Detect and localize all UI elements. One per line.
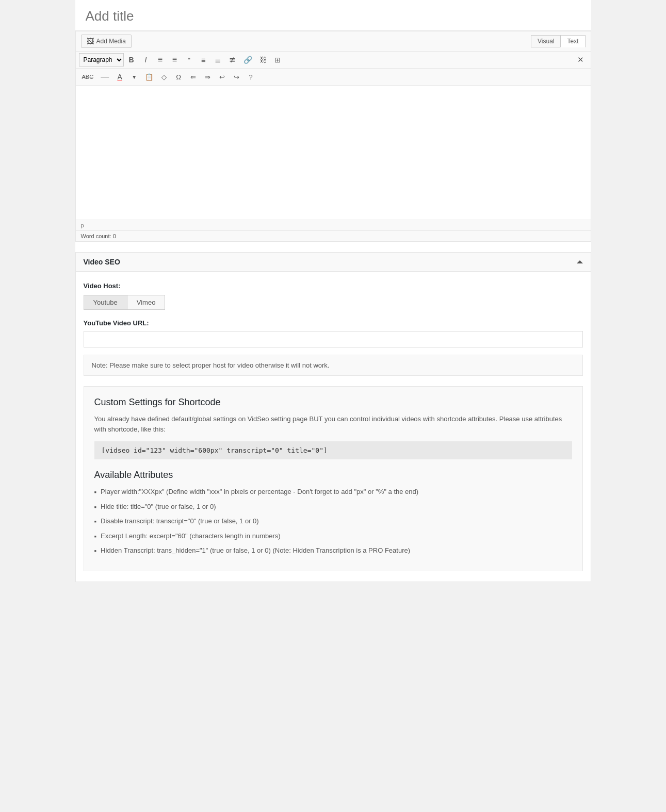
attr-item-0: Player width:"XXXpx" (Define width "xxx"… [94,487,572,498]
add-media-button[interactable]: 🖼 Add Media [81,35,132,48]
fullscreen-button[interactable]: ✕ [574,53,588,67]
attr-item-2: Disable transcript: transcript="0" (true… [94,516,572,527]
toolbar-row-1: Paragraph B I ≡ ≡ " ≡ ≣ ≢ 🔗 ⛓ ⊞ ✕ [76,52,591,69]
editor-area: 🖼 Add Media Visual Text Paragraph B I ≡ … [75,31,591,242]
align-right-button[interactable]: ≢ [226,53,239,67]
numbered-list-button[interactable]: ≡ [168,53,182,67]
host-tabs: Youtube Vimeo [84,295,583,310]
unlink-button[interactable]: ⛓ [256,53,270,67]
paragraph-select[interactable]: Paragraph [79,53,124,67]
indent-button[interactable]: ⇒ [201,70,214,84]
bold-button[interactable]: B [125,53,138,67]
align-left-button[interactable]: ≡ [197,53,210,67]
redo-button[interactable]: ↪ [230,70,243,84]
table-button[interactable]: ⊞ [271,53,284,67]
editor-word-count: Word count: 0 [76,230,591,241]
add-media-icon: 🖼 [87,37,94,45]
clear-format-button[interactable]: ◇ [157,70,171,84]
attr-item-4: Hidden Transcript: trans_hidden="1" (tru… [94,545,572,556]
available-attrs-title: Available Attributes [94,470,572,480]
strikethrough-button[interactable]: ABC [79,70,97,84]
attr-item-1: Hide title: title="0" (true or false, 1 … [94,502,572,512]
help-button[interactable]: ? [244,70,257,84]
custom-settings-box: Custom Settings for Shortcode You alread… [84,386,583,571]
post-title-input[interactable] [86,8,581,24]
attr-item-3: Excerpt Length: excerpt="60" (characters… [94,531,572,542]
custom-settings-title: Custom Settings for Shortcode [94,397,572,408]
tab-visual[interactable]: Visual [531,35,560,47]
tab-text[interactable]: Text [560,35,585,47]
title-area [75,0,591,31]
align-center-button[interactable]: ≣ [212,53,225,67]
blockquote-button[interactable]: " [183,53,196,67]
editor-header: 🖼 Add Media Visual Text [76,31,591,52]
outdent-button[interactable]: ⇐ [186,70,200,84]
undo-button[interactable]: ↩ [215,70,229,84]
video-host-label: Video Host: [84,282,583,290]
collapse-icon [577,260,583,263]
italic-button[interactable]: I [139,53,153,67]
video-seo-title: Video SEO [84,258,120,266]
video-seo-section: Video SEO Video Host: Youtube Vimeo YouT… [75,252,591,582]
host-tab-vimeo[interactable]: Vimeo [127,295,166,310]
editor-content[interactable] [76,86,591,220]
hr-button[interactable]: — [98,70,112,84]
link-button[interactable]: 🔗 [240,53,255,67]
font-color-dropdown[interactable]: ▼ [127,70,141,84]
youtube-url-label: YouTube Video URL: [84,319,583,327]
paste-text-button[interactable]: 📋 [142,70,156,84]
attributes-list: Player width:"XXXpx" (Define width "xxx"… [94,487,572,556]
custom-settings-desc: You already have defined default/global … [94,414,572,434]
toolbar-row-2: ABC — A ▼ 📋 ◇ Ω ⇐ ⇒ ↩ ↪ ? [76,69,591,86]
video-seo-content: Video Host: Youtube Vimeo YouTube Video … [76,272,591,582]
editor-status-p: p [76,220,591,230]
note-box: Note: Please make sure to select proper … [84,355,583,376]
youtube-url-input[interactable] [84,331,583,347]
special-char-button[interactable]: Ω [172,70,185,84]
editor-tabs: Visual Text [531,35,585,47]
host-tab-youtube[interactable]: Youtube [84,295,127,310]
add-media-label: Add Media [96,38,126,45]
font-color-button[interactable]: A [113,70,126,84]
shortcode-example: [vidseo id="123" width="600px" transcrip… [94,441,572,459]
bullet-list-button[interactable]: ≡ [154,53,167,67]
note-text: Note: Please make sure to select proper … [92,361,330,369]
video-seo-header[interactable]: Video SEO [76,253,591,272]
